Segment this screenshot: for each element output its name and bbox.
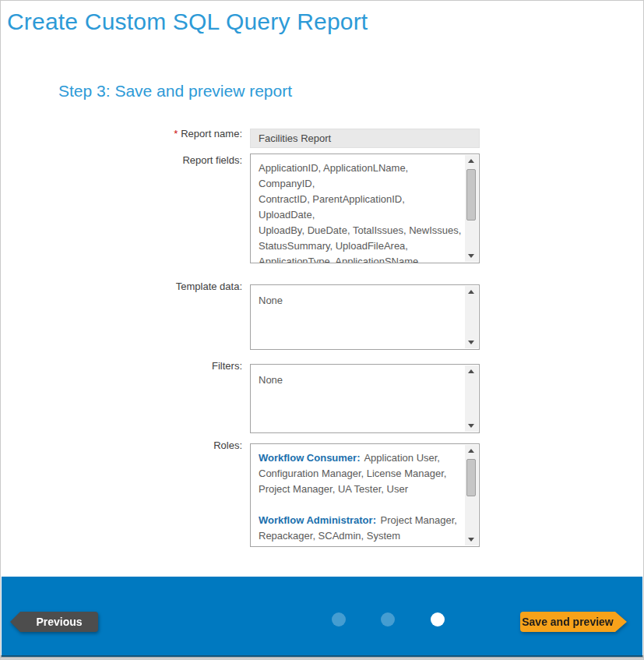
roles-text: Workflow Consumer: Application User, Con… xyxy=(251,444,466,546)
role-group-name: Workflow Consumer xyxy=(259,452,357,464)
previous-button[interactable]: Previous xyxy=(20,612,98,632)
footer-bar: Previous Save and preview xyxy=(2,577,642,657)
report-fields-box[interactable]: ApplicationID, ApplicationLName, Company… xyxy=(250,154,480,263)
scroll-down-icon[interactable] xyxy=(465,533,478,545)
roles-label: Roles: xyxy=(1,439,242,451)
scrollbar[interactable] xyxy=(465,365,478,432)
create-report-page: Create Custom SQL Query Report Step 3: S… xyxy=(0,0,644,660)
scrollbar[interactable] xyxy=(465,445,478,545)
report-fields-text: ApplicationID, ApplicationLName, Company… xyxy=(251,154,466,263)
scroll-down-icon[interactable] xyxy=(465,336,478,348)
required-marker: * xyxy=(174,128,178,139)
role-group: Workflow Consumer: Application User, Con… xyxy=(259,450,463,497)
scroll-down-icon[interactable] xyxy=(465,249,478,262)
scrollbar[interactable] xyxy=(465,286,478,348)
page-bottom-shadow xyxy=(1,655,643,659)
scroll-up-icon[interactable] xyxy=(465,445,478,457)
template-data-box[interactable]: None xyxy=(250,284,480,350)
step-dot-1 xyxy=(332,612,346,626)
step-indicator xyxy=(332,612,445,626)
filters-label: Filters: xyxy=(1,360,242,372)
scroll-up-icon[interactable] xyxy=(465,365,478,378)
save-and-preview-button[interactable]: Save and preview xyxy=(520,612,615,632)
role-group-name: Workflow Administrator xyxy=(259,514,373,526)
filters-text: None xyxy=(251,365,466,432)
report-name-input[interactable] xyxy=(250,129,480,148)
scroll-down-icon[interactable] xyxy=(465,419,478,432)
scroll-up-icon[interactable] xyxy=(465,155,478,168)
template-data-text: None xyxy=(251,285,466,349)
page-title: Create Custom SQL Query Report xyxy=(7,9,368,35)
step-heading: Step 3: Save and preview report xyxy=(58,82,292,101)
report-name-label: *Report name: xyxy=(1,128,242,139)
scrollbar-thumb[interactable] xyxy=(466,169,476,221)
role-group: Workflow Administrator: Project Manager,… xyxy=(259,513,463,546)
step-dot-3 xyxy=(431,612,445,626)
scrollbar-thumb[interactable] xyxy=(466,459,476,496)
roles-box[interactable]: Workflow Consumer: Application User, Con… xyxy=(250,443,480,547)
step-dot-2 xyxy=(381,612,395,626)
template-data-label: Template data: xyxy=(1,281,242,292)
scroll-up-icon[interactable] xyxy=(465,286,478,298)
filters-box[interactable]: None xyxy=(250,364,480,433)
scrollbar[interactable] xyxy=(465,155,478,262)
report-fields-label: Report fields: xyxy=(1,154,242,166)
